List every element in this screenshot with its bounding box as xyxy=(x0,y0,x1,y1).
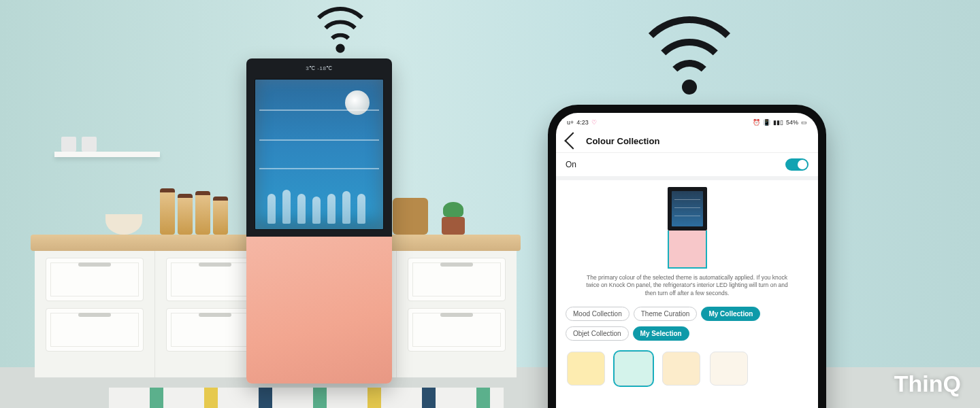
collection-chip[interactable]: My Collection xyxy=(701,307,760,321)
wifi-icon xyxy=(308,7,373,53)
vibrate-icon: 📳 xyxy=(763,119,770,126)
status-extra-icon: ♡ xyxy=(591,119,597,126)
app-bar: Colour Collection xyxy=(556,129,818,153)
collection-chip[interactable]: My Selection xyxy=(633,326,689,341)
collection-chip[interactable]: Objet Collection xyxy=(566,326,629,341)
colour-swatch-pale-yellow[interactable] xyxy=(567,352,605,386)
toggle-switch[interactable] xyxy=(785,158,808,171)
fridge-preview-lower-selected[interactable] xyxy=(668,231,707,269)
smart-fridge: 3℃ -18℃ xyxy=(246,58,392,384)
toggle-label: On xyxy=(566,160,576,169)
collection-chip[interactable]: Mood Collection xyxy=(566,307,630,321)
colour-swatch-pale-cream[interactable] xyxy=(662,352,700,386)
battery-icon: ▭ xyxy=(801,119,807,126)
feature-description: The primary colour of the selected theme… xyxy=(580,269,795,304)
status-carrier: u+ xyxy=(567,119,574,126)
feature-toggle-row[interactable]: On xyxy=(556,153,818,180)
wifi-icon xyxy=(632,16,747,95)
alarm-icon: ⏰ xyxy=(753,119,760,126)
phone-statusbar: u+ 4:23 ♡ ⏰ 📳 ▮▮▯ 54% ▭ xyxy=(556,113,818,129)
wall-shelf xyxy=(54,126,160,157)
signal-icon: ▮▮▯ xyxy=(773,119,783,126)
fridge-preview: The primary colour of the selected theme… xyxy=(556,180,818,307)
fridge-colour-panel xyxy=(246,237,392,384)
colour-swatches xyxy=(556,346,818,386)
colour-swatch-off-white[interactable] xyxy=(710,352,748,386)
status-time: 4:23 xyxy=(576,119,589,126)
collection-chip[interactable]: Theme Curation xyxy=(634,307,698,321)
back-icon[interactable] xyxy=(564,132,581,149)
floor-rug xyxy=(109,388,504,408)
fridge-temp-display: 3℃ -18℃ xyxy=(306,65,333,71)
phone-mockup: u+ 4:23 ♡ ⏰ 📳 ▮▮▯ 54% ▭ Colour Collectio… xyxy=(548,105,826,408)
thinq-watermark: ThinQ xyxy=(894,371,961,397)
collection-tabs-row2: Objet CollectionMy Selection xyxy=(556,326,818,346)
status-battery: 54% xyxy=(786,119,798,126)
collection-tabs-row1: Mood CollectionTheme CurationMy Collecti… xyxy=(556,307,818,326)
colour-swatch-pale-mint[interactable] xyxy=(615,352,653,386)
app-title: Colour Collection xyxy=(586,136,659,146)
fridge-glass-panel xyxy=(255,79,384,230)
